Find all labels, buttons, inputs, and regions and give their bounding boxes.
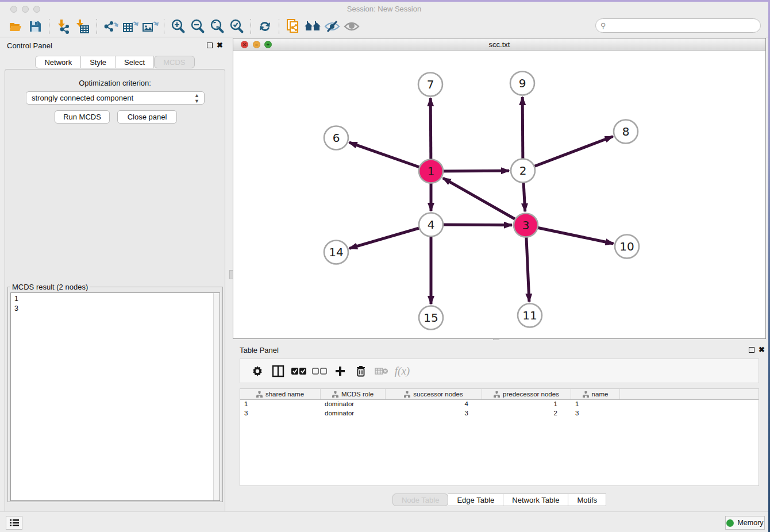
add-column-icon[interactable] xyxy=(330,363,351,380)
zoom-fit-icon[interactable] xyxy=(207,18,227,35)
hide-graphics-details-icon[interactable] xyxy=(322,18,342,35)
column-header-MCDS-role[interactable]: MCDS role xyxy=(321,389,386,399)
search-input[interactable] xyxy=(609,20,760,32)
graph-node-2[interactable]: 2 xyxy=(511,159,535,183)
settings-gear-icon[interactable] xyxy=(247,363,268,380)
home-layout-icon[interactable] xyxy=(303,18,322,35)
import-network-icon[interactable] xyxy=(53,18,73,35)
graph-node-6[interactable]: 6 xyxy=(324,126,348,150)
tab-motifs[interactable]: Motifs xyxy=(568,494,606,506)
task-history-button[interactable] xyxy=(6,516,22,530)
table-cell[interactable]: dominator xyxy=(321,409,386,418)
table-toolbar: f(x) xyxy=(240,358,759,383)
table-cell[interactable]: 3 xyxy=(386,409,482,418)
graph-node-8[interactable]: 8 xyxy=(614,120,638,144)
zoom-out-icon[interactable] xyxy=(188,18,207,35)
tab-edge-table[interactable]: Edge Table xyxy=(448,494,503,506)
deselect-all-icon[interactable] xyxy=(309,363,330,380)
network-graph[interactable]: 7968124314101511 xyxy=(233,51,765,338)
tab-mcds[interactable]: MCDS xyxy=(154,56,194,68)
tab-style[interactable]: Style xyxy=(81,56,116,68)
tab-select[interactable]: Select xyxy=(116,56,154,68)
toolbar-separator xyxy=(49,19,49,34)
mcds-result-area[interactable]: 1 3 xyxy=(10,292,220,501)
column-header-successor-nodes[interactable]: successor nodes xyxy=(386,389,482,399)
svg-text:1: 1 xyxy=(428,164,435,178)
tab-node-table[interactable]: Node Table xyxy=(392,494,449,506)
network-window-titlebar[interactable]: ✕ − + scc.txt xyxy=(233,38,765,51)
edge-3-1[interactable] xyxy=(443,178,526,225)
float-panel-icon[interactable] xyxy=(207,43,213,48)
duplicate-network-icon[interactable] xyxy=(283,18,303,35)
apply-function-icon[interactable]: f(x) xyxy=(392,363,413,380)
graph-node-14[interactable]: 14 xyxy=(324,241,348,264)
table-cell[interactable]: 1 xyxy=(571,400,620,409)
table-cell[interactable]: 1 xyxy=(482,400,571,409)
export-network-icon[interactable] xyxy=(101,18,121,35)
zoom-selected-icon[interactable] xyxy=(227,18,247,35)
refresh-icon[interactable] xyxy=(255,18,275,35)
close-panel-button[interactable]: Close panel xyxy=(117,110,177,124)
edge-1-6[interactable] xyxy=(349,142,431,171)
delete-column-icon[interactable] xyxy=(371,363,392,380)
table-cell[interactable]: 1 xyxy=(240,400,321,409)
svg-text:6: 6 xyxy=(333,131,340,145)
table-row[interactable]: 1dominator411 xyxy=(240,400,759,409)
table-row[interactable]: 3dominator323 xyxy=(240,409,759,418)
table-cell[interactable]: 3 xyxy=(571,409,620,418)
graph-node-7[interactable]: 7 xyxy=(418,73,442,97)
edge-3-10[interactable] xyxy=(526,225,614,244)
export-table-icon[interactable] xyxy=(121,18,140,35)
save-session-icon[interactable] xyxy=(25,18,45,35)
criterion-value: strongly connected component xyxy=(32,94,133,102)
node-table: shared nameMCDS rolesuccessor nodesprede… xyxy=(240,388,759,486)
optimization-criterion-label: Optimization criterion: xyxy=(5,79,225,87)
table-close-panel-icon[interactable]: ✖ xyxy=(759,345,765,354)
search-field[interactable]: ⚲ xyxy=(595,18,761,33)
svg-text:3: 3 xyxy=(522,218,530,232)
table-float-panel-icon[interactable] xyxy=(749,347,754,353)
show-column-panel-icon[interactable] xyxy=(268,363,288,380)
result-scrollbar[interactable] xyxy=(213,293,220,500)
tab-network-table[interactable]: Network Table xyxy=(503,494,568,506)
table-cell[interactable]: dominator xyxy=(321,400,386,409)
list-icon xyxy=(10,519,19,527)
graph-node-1[interactable]: 1 xyxy=(419,160,443,183)
export-image-icon[interactable] xyxy=(140,18,160,35)
criterion-select[interactable]: strongly connected component ▲▼ xyxy=(26,91,205,105)
table-header-row: shared nameMCDS rolesuccessor nodesprede… xyxy=(240,389,759,400)
close-panel-icon[interactable]: ✖ xyxy=(217,41,223,49)
birdseye-view-icon[interactable] xyxy=(342,18,361,35)
graph-node-9[interactable]: 9 xyxy=(510,72,534,95)
toolbar-separator xyxy=(279,19,279,34)
graph-node-4[interactable]: 4 xyxy=(419,213,443,237)
column-header-shared-name[interactable]: shared name xyxy=(240,389,321,399)
table-cell[interactable]: 3 xyxy=(240,409,321,418)
column-header-predecessor-nodes[interactable]: predecessor nodes xyxy=(482,389,571,399)
open-session-icon[interactable] xyxy=(6,18,25,35)
table-panel: Table Panel ✖ f(x) shared nameMCDS roles… xyxy=(233,342,766,511)
toolbar-separator xyxy=(97,19,97,34)
edge-2-8[interactable] xyxy=(523,137,613,171)
select-all-icon[interactable] xyxy=(288,363,309,380)
table-cell[interactable]: 2 xyxy=(482,409,571,418)
svg-text:4: 4 xyxy=(428,218,435,232)
table-body: 1dominator4113dominator323 xyxy=(240,400,759,418)
run-mcds-button[interactable]: Run MCDS xyxy=(55,110,110,124)
network-view-window: ✕ − + scc.txt 7968124314101511 xyxy=(233,38,766,339)
svg-text:11: 11 xyxy=(522,309,537,322)
graph-node-11[interactable]: 11 xyxy=(518,304,542,327)
delete-entries-icon[interactable] xyxy=(351,363,371,380)
network-canvas[interactable]: 7968124314101511 xyxy=(233,51,765,338)
column-header-name[interactable]: name xyxy=(571,389,620,399)
graph-node-10[interactable]: 10 xyxy=(615,235,639,259)
toolbar-separator xyxy=(251,19,251,34)
graph-node-15[interactable]: 15 xyxy=(419,306,443,330)
mcds-result-text: 1 3 xyxy=(11,293,220,314)
memory-button[interactable]: Memory xyxy=(725,516,765,530)
import-table-icon[interactable] xyxy=(73,18,93,35)
table-cell[interactable]: 4 xyxy=(386,400,482,409)
tab-network[interactable]: Network xyxy=(35,56,81,68)
zoom-in-icon[interactable] xyxy=(168,18,188,35)
graph-node-3[interactable]: 3 xyxy=(514,214,538,237)
